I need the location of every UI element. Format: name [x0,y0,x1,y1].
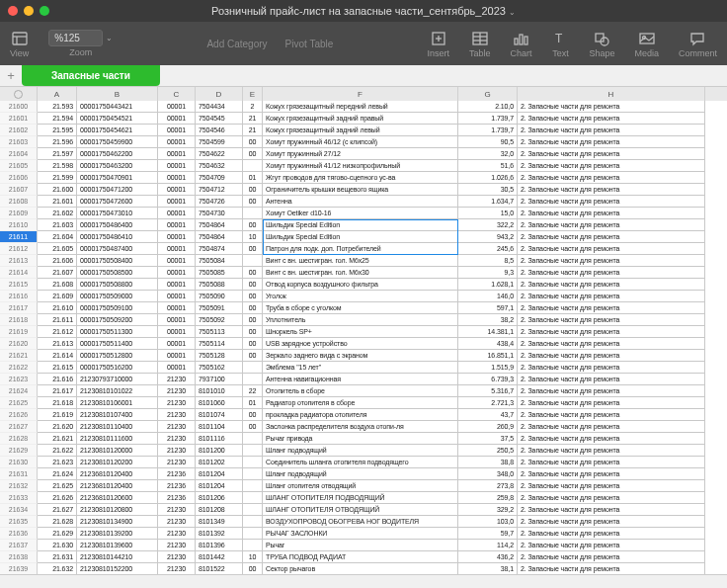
cell[interactable]: 21.604 [38,231,77,243]
cell[interactable]: 21.601 [38,196,77,208]
cell[interactable]: Хомут пружинный 46/12 (с клипсой) [263,136,458,148]
cell[interactable]: 21236 [158,468,196,480]
column-header[interactable]: E [243,87,263,101]
cell[interactable]: 00001750508800 [77,279,158,291]
row-number[interactable]: 21603 [0,136,38,148]
cell[interactable]: 103,0 [458,516,518,528]
cell[interactable]: 21230 [158,397,196,409]
cell[interactable]: 7504712 [196,184,243,196]
cell[interactable]: 8101442 [196,551,243,563]
row-number[interactable]: 21634 [0,504,38,516]
cell[interactable]: 2. Запасные части для ремонта [518,101,705,113]
cell[interactable]: 2. Запасные части для ремонта [518,480,705,492]
cell[interactable] [243,492,263,504]
row-number[interactable]: 21609 [0,208,38,219]
cell[interactable]: Жгут проводов для тягово-сцепного ус-ва [263,172,458,184]
cell[interactable]: 2. Запасные части для ремонта [518,279,705,291]
cell[interactable] [243,528,263,540]
table-row[interactable]: 2161321.60600001750508400000017505084Вин… [0,255,705,267]
cell[interactable]: 146,0 [458,291,518,302]
column-header[interactable]: D [196,87,243,101]
row-number[interactable]: 21632 [0,480,38,492]
cell[interactable]: 7504622 [196,148,243,160]
cell[interactable]: 21230810144210 [77,551,158,563]
cell[interactable]: 21 [243,125,263,136]
cell[interactable]: 00 [243,291,263,302]
cell[interactable]: 21230810139200 [77,528,158,540]
table-row[interactable]: 2160221.5950000175045462100001750454621К… [0,125,705,136]
cell[interactable]: 21.621 [38,433,77,445]
cell[interactable]: 15,0 [458,208,518,219]
cell[interactable]: 01 [243,397,263,409]
cell[interactable]: 00001 [158,136,196,148]
cell[interactable]: 5.316,7 [458,385,518,397]
cell[interactable]: 21.631 [38,551,77,563]
table-row[interactable]: 2163421.62721230810120800212308101208ШЛА… [0,504,705,516]
cell[interactable]: 943,2 [458,231,518,243]
cell[interactable]: 38,2 [458,314,518,326]
row-number[interactable]: 21638 [0,551,38,563]
cell[interactable]: 21.615 [38,362,77,374]
cell[interactable]: 7504632 [196,160,243,172]
cell[interactable]: 7505090 [196,291,243,302]
cell[interactable]: 7505162 [196,362,243,374]
cell[interactable]: 2. Запасные части для ремонта [518,267,705,279]
table-row[interactable]: 2162221.61500001750516200000017505162Эмб… [0,362,705,374]
cell[interactable]: 21236 [158,480,196,492]
view-button[interactable]: View [0,28,39,60]
table-row[interactable]: 2163321.62621236810120600212368101206ШЛА… [0,492,705,504]
cell[interactable]: 2. Запасные части для ремонта [518,433,705,445]
row-number[interactable]: 21600 [0,101,38,113]
cell[interactable]: 21.609 [38,291,77,302]
cell[interactable]: 2. Запасные части для ремонта [518,113,705,125]
cell[interactable]: 32,0 [458,148,518,160]
cell[interactable]: Хомут пружинный 27/12 [263,148,458,160]
cell[interactable]: 21.597 [38,148,77,160]
cell[interactable]: 2. Запасные части для ремонта [518,160,705,172]
cell[interactable]: Кожух грязезащитный задний левый [263,125,458,136]
cell[interactable]: 21.627 [38,504,77,516]
row-number[interactable]: 21607 [0,184,38,196]
cell[interactable]: 8101204 [196,480,243,492]
cell[interactable]: 00001 [158,148,196,160]
cell[interactable]: 21.625 [38,480,77,492]
table-row[interactable]: 2163821.6312123081014421021230810144210Т… [0,551,705,563]
chart-button[interactable]: Chart [500,28,541,60]
cell[interactable]: 1.628,1 [458,279,518,291]
cell[interactable]: 2. Запасные части для ремонта [518,540,705,551]
cell[interactable]: ТРУБА ПОДВОД РАДИАТ [263,551,458,563]
cell[interactable]: Эмблема "15 лет" [263,362,458,374]
cell[interactable]: 00001750508400 [77,255,158,267]
table-row[interactable]: 2162921.62221230810120000212308101200Шла… [0,445,705,457]
cell[interactable] [243,480,263,492]
cell[interactable]: 00 [243,136,263,148]
cell[interactable]: 2. Запасные части для ремонта [518,326,705,338]
row-number[interactable]: 21627 [0,421,38,433]
cell[interactable]: 21.617 [38,385,77,397]
cell[interactable]: 21230 [158,409,196,421]
minimize-icon[interactable] [24,6,34,16]
cell[interactable]: 21230 [158,421,196,433]
cell[interactable]: Зеркало заднего вида с экраном [263,350,458,362]
cell[interactable]: 8101116 [196,433,243,445]
cell[interactable]: 00001 [158,231,196,243]
cell[interactable]: 7505128 [196,350,243,362]
cell[interactable]: 7504545 [196,113,243,125]
table-row[interactable]: 2162121.6140000175051280000001750512800З… [0,350,705,362]
cell[interactable]: 21.594 [38,113,77,125]
row-number[interactable]: 21622 [0,362,38,374]
cell[interactable]: 22 [243,385,263,397]
insert-button[interactable]: Insert [417,28,459,60]
cell[interactable]: 2. Запасные части для ремонта [518,196,705,208]
cell[interactable]: Отопитель в сборе [263,385,458,397]
cell[interactable]: 7504709 [196,172,243,184]
cell[interactable]: 21.622 [38,445,77,457]
cell[interactable]: 1.634,7 [458,196,518,208]
table-row[interactable]: 2162021.6130000175051140000001750511400U… [0,338,705,350]
cell[interactable]: 21.614 [38,350,77,362]
cell[interactable]: 2. Запасные части для ремонта [518,409,705,421]
cell[interactable]: 00001 [158,291,196,302]
cell[interactable]: 21.600 [38,184,77,196]
cell[interactable]: 7505092 [196,314,243,326]
cell[interactable]: 90,5 [458,136,518,148]
